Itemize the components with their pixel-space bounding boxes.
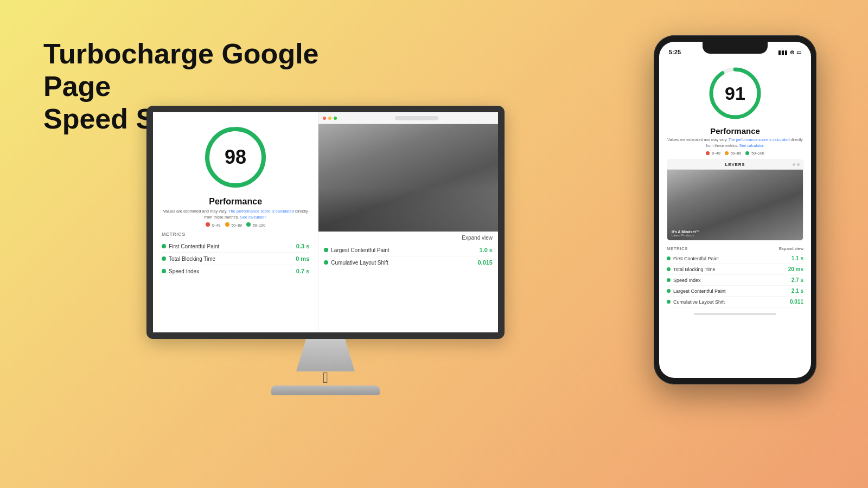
phone-name-fcp: First Contentful Paint	[673, 256, 719, 261]
metric-value-cls: 0.015	[477, 259, 493, 266]
monitor-camera	[323, 106, 328, 111]
phone-metric-tbt: Total Blocking Time 20 ms	[667, 264, 803, 275]
phone-time: 5:25	[669, 49, 681, 55]
phone-metric-si: Speed Index 2.7 s	[667, 275, 803, 286]
desktop-metric-fcp: First Contentful Paint 0.3 s	[162, 240, 309, 253]
legend-red: 0–49	[206, 222, 221, 227]
phone-val-si: 2.7 s	[792, 277, 803, 283]
desktop-metric-si: Speed Index 0.7 s	[162, 265, 309, 277]
phone-btn-2	[797, 163, 800, 166]
desktop-webpage-preview	[318, 112, 498, 232]
metric-value-tbt: 0 ms	[296, 255, 309, 262]
perf-link[interactable]: The performance score is calculated	[228, 209, 294, 214]
phone-perf-link[interactable]: The performance score is calculated	[729, 138, 790, 142]
desktop-expand-link[interactable]: Expand view	[462, 235, 493, 241]
desktop-metric-tbt: Total Blocking Time 0 ms	[162, 253, 309, 265]
desktop-metrics-label: METRICS	[162, 232, 309, 237]
mobile-phone: 5:25 ▮▮▮ ⊜ ▭ 91 Performance	[654, 35, 816, 384]
desktop-right-panel: Expand view Largest Contentful Paint 1.0…	[318, 112, 498, 332]
desktop-metric-lcp: Largest Contentful Paint 1.0 s	[324, 244, 493, 256]
phone-dot-cls	[667, 300, 671, 304]
phone-legend-orange: 50–89	[725, 151, 741, 155]
metric-name-cls: Cumulative Layout Shift	[331, 260, 388, 266]
metric-dot-lcp	[324, 248, 328, 252]
monitor-screen: 98 Performance Values are estimated and …	[146, 106, 505, 339]
desktop-perf-title: Performance	[209, 197, 262, 207]
browser-dot-min	[328, 117, 331, 120]
desktop-browser-bar	[318, 112, 498, 124]
phone-metric-cls: Cumulative Layout Shift 0.011	[667, 297, 803, 307]
monitor-base	[271, 386, 380, 395]
phone-name-lcp: Largest Contentful Paint	[673, 288, 726, 294]
monitor-stand	[293, 339, 358, 371]
phone-dot-si	[667, 278, 671, 282]
desktop-score-circle: 98	[200, 122, 271, 192]
phone-val-tbt: 20 ms	[788, 266, 803, 272]
metric-dot-cls	[324, 260, 328, 265]
browser-dot-max	[334, 117, 337, 120]
phone-metric-lcp: Largest Contentful Paint 2.1 s	[667, 286, 803, 297]
phone-legend-green: 50–100	[745, 151, 764, 155]
metric-name-si: Speed Index	[169, 268, 199, 274]
phone-body: 5:25 ▮▮▮ ⊜ ▭ 91 Performance	[654, 35, 816, 384]
phone-page-subtitle: Latest Products	[672, 234, 799, 237]
metric-value-si: 0.7 s	[296, 268, 309, 274]
phone-legend: 0–49 50–89 50–100	[706, 151, 764, 155]
browser-url-bar	[395, 116, 438, 120]
desktop-page-image	[318, 124, 498, 232]
desktop-expand-row: Expand view	[318, 232, 498, 244]
desktop-monitor: 98 Performance Values are estimated and …	[146, 106, 505, 395]
metric-dot-fcp	[162, 244, 166, 248]
phone-expand-link[interactable]: Expand view	[779, 246, 803, 251]
phone-dot-fcp	[667, 256, 671, 260]
phone-name-cls: Cumulative Layout Shift	[673, 299, 725, 305]
phone-webpage-preview: LEVERS It's A Mindset™ Latest Products	[667, 159, 803, 241]
phone-status-icons: ▮▮▮ ⊜ ▭	[778, 49, 801, 55]
desktop-score-value: 98	[225, 146, 246, 169]
phone-browser-bar: LEVERS	[667, 160, 803, 170]
phone-val-lcp: 2.1 s	[792, 288, 803, 294]
phone-metrics-header: METRICS Expand view	[667, 246, 803, 251]
apple-logo: 	[323, 370, 328, 386]
phone-content: 91 Performance Values are estimated and …	[659, 59, 811, 324]
phone-scrollbar	[694, 313, 776, 315]
phone-name-si: Speed Index	[673, 278, 701, 283]
desktop-metric-cls: Cumulative Layout Shift 0.015	[324, 256, 493, 268]
desktop-legend: 0–49 50–89 50–100	[206, 222, 265, 227]
desktop-photo	[318, 124, 498, 232]
phone-score-circle: 91	[705, 63, 765, 123]
desktop-left-panel: 98 Performance Values are estimated and …	[153, 112, 318, 332]
phone-browser-btns	[793, 163, 800, 166]
desktop-right-metrics: Largest Contentful Paint 1.0 s Cumulativ…	[318, 244, 498, 268]
phone-brand-logo: LEVERS	[725, 162, 745, 167]
phone-dot-tbt	[667, 267, 671, 271]
metric-name-tbt: Total Blocking Time	[169, 256, 215, 262]
phone-page-title: It's A Mindset™	[672, 230, 799, 234]
calc-link[interactable]: See calculator.	[240, 215, 266, 220]
phone-val-cls: 0.011	[790, 299, 803, 305]
phone-val-fcp: 1.1 s	[792, 255, 803, 261]
metric-value-lcp: 1.0 s	[480, 247, 493, 253]
phone-calc-link[interactable]: See calculator.	[739, 144, 764, 147]
phone-dot-lcp	[667, 289, 671, 293]
phone-metrics-label: METRICS	[667, 246, 688, 251]
metric-name-lcp: Largest Contentful Paint	[331, 247, 389, 253]
phone-screen: 5:25 ▮▮▮ ⊜ ▭ 91 Performance	[659, 42, 811, 378]
phone-legend-red: 0–49	[706, 151, 720, 155]
phone-page-image: It's A Mindset™ Latest Products	[667, 170, 803, 240]
legend-orange: 50–89	[225, 222, 242, 227]
phone-perf-subtitle: Values are estimated and may vary. The p…	[667, 137, 803, 149]
signal-icon: ▮▮▮	[778, 49, 788, 55]
heading-line1: Turbocharge Google Page	[43, 38, 319, 102]
phone-metric-fcp: First Contentful Paint 1.1 s	[667, 253, 803, 264]
metric-dot-tbt	[162, 256, 166, 261]
browser-dot-close	[323, 117, 326, 120]
phone-btn-1	[793, 163, 795, 166]
desktop-metrics: METRICS First Contentful Paint 0.3 s Tot…	[162, 232, 309, 277]
phone-notch	[703, 42, 768, 54]
legend-green: 50–100	[246, 222, 265, 227]
battery-icon: ▭	[796, 49, 801, 55]
phone-perf-title: Performance	[710, 126, 760, 136]
metric-name-fcp: First Contentful Paint	[169, 243, 219, 249]
metric-dot-si	[162, 269, 166, 273]
